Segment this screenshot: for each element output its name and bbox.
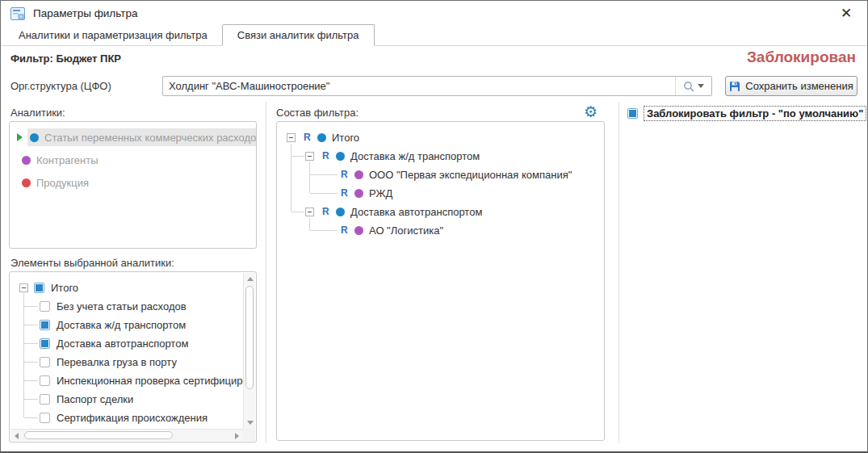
tree-item-label[interactable]: Итого [332,132,359,144]
node-marker-icon [354,189,363,198]
tree-guide-line [309,218,310,230]
horizontal-scrollbar[interactable] [10,429,243,441]
node-marker-icon [317,133,326,142]
tree-item-label[interactable]: Итого [51,282,78,294]
r-marker: R [322,206,329,217]
node-marker-icon [354,226,363,235]
tree-item-label[interactable]: Без учета статьи расходов [57,300,187,312]
tree-item-label[interactable]: Доставка ж/д транспортом [57,319,186,331]
node-marker-icon [354,170,363,179]
analytics-marker-icon [22,156,31,165]
r-marker: R [322,150,329,161]
tree-item-label[interactable]: Инспекционная проверка сертифициро [57,375,244,387]
analytics-list: Статьи переменных коммерческих расходов … [9,121,257,249]
horizontal-scroll-thumb[interactable] [24,431,173,439]
checkbox[interactable] [40,320,50,330]
list-item-analytics[interactable]: Контрагенты [10,149,256,170]
scroll-up-button[interactable] [244,273,256,285]
r-marker: R [341,224,348,236]
window-icon [10,7,25,20]
tree-guide-line [310,230,338,231]
current-arrow-icon [17,133,23,141]
tree-item-label[interactable]: Доставка ж/д транспортом [350,150,480,162]
elements-tree: Итого Без учета статьи расходов Доставка… [9,271,257,443]
status-locked-label: Заблокирован [747,48,856,66]
vertical-scrollbar[interactable] [243,273,255,429]
checkbox[interactable] [40,413,50,423]
analytics-label: Аналитики: [10,107,65,119]
save-icon [729,81,740,92]
analytics-item-label: Статьи переменных коммерческих расходов [44,132,256,144]
filter-caption: Фильтр: Бюджет ПКР [10,52,121,65]
tab-analytics-links[interactable]: Связи аналитик фильтра [222,24,375,46]
analytics-marker-icon [22,178,31,187]
tree-item-label[interactable]: Паспорт сделки [57,393,133,405]
checkbox[interactable] [40,375,50,386]
tree-guide-line [24,343,38,344]
collapse-icon[interactable] [305,208,314,216]
analytics-marker-icon [30,133,39,142]
search-icon[interactable] [683,81,694,92]
gear-icon[interactable]: ⚙ [584,104,598,120]
tree-guide-line [24,306,38,307]
collapse-icon[interactable] [305,152,314,161]
node-marker-icon [336,208,345,216]
list-item-analytics[interactable]: Продукция [10,172,256,193]
checkbox[interactable] [40,338,50,349]
checkbox[interactable] [40,301,50,312]
tree-item-label[interactable]: Сертификация происхождения [57,412,208,424]
scroll-right-button[interactable] [231,430,243,442]
org-structure-input[interactable]: Холдинг "АВС-Машиностроение" [162,76,712,96]
tree-item-label[interactable]: ООО "Первая экспедиционная компания" [369,169,572,181]
tree-guide-line [24,417,38,418]
tree-item-label[interactable]: РЖД [369,187,392,199]
r-marker: R [341,187,348,199]
tree-guide-line [24,362,38,363]
tree-guide-line [24,380,38,381]
tree-guide-line [291,144,291,212]
tree-item-label[interactable]: Доставка автотранспортом [350,206,482,218]
org-structure-value: Холдинг "АВС-Машиностроение" [163,80,675,92]
checkbox[interactable] [627,108,638,119]
collapse-icon[interactable] [19,283,28,292]
list-item-analytics[interactable]: Статьи переменных коммерческих расходов [10,127,256,148]
title-bar: Параметры фильтра ✕ [1,1,867,27]
tree-guide-line [24,399,38,400]
tree-item-label[interactable]: Перевалка груза в порту [57,356,177,368]
save-button-label: Сохранить изменения [745,80,853,92]
vertical-scroll-thumb[interactable] [245,286,254,389]
tree-guide-line [291,212,304,212]
tree-guide-line [291,156,304,157]
scroll-down-button[interactable] [244,417,256,429]
lock-filter-checkbox-row[interactable]: Заблокировать фильтр - "по умолчанию" [627,106,866,121]
close-icon[interactable]: ✕ [837,4,856,23]
scrollbar-corner [243,429,255,441]
checkbox[interactable] [34,283,44,293]
save-changes-button[interactable]: Сохранить изменения [725,76,858,96]
splitter-right[interactable] [619,102,619,443]
r-marker: R [341,169,348,180]
elements-label: Элементы выбранной аналитики: [10,257,174,269]
lock-filter-label: Заблокировать фильтр - "по умолчанию" [644,106,866,121]
tab-analytics-parametrization[interactable]: Аналитики и параметризация фильтра [4,26,222,45]
node-marker-icon [336,152,345,161]
analytics-item-label: Контрагенты [36,154,99,166]
splitter-left[interactable] [266,102,266,443]
window-title: Параметры фильтра [33,1,137,27]
filter-composition-tree: R Итого R Доставка ж/д транспортом R ООО… [276,121,605,441]
tab-strip: Аналитики и параметризация фильтра Связи… [1,27,867,46]
chevron-down-icon[interactable] [698,84,704,88]
tree-item-label[interactable]: Доставка автотранспортом [57,338,188,350]
org-structure-label: Орг.структура (ЦФО) [10,80,111,92]
analytics-item-label: Продукция [36,177,89,189]
collapse-icon[interactable] [287,133,296,142]
scroll-left-button[interactable] [10,430,23,442]
tree-guide-line [310,193,338,194]
checkbox[interactable] [40,394,50,405]
org-input-buttons [675,77,711,95]
filter-parameters-dialog: Параметры фильтра ✕ Аналитики и параметр… [0,0,868,453]
tree-guide-line [24,325,38,325]
checkbox[interactable] [40,357,50,367]
tree-item-label[interactable]: АО "Логистика" [369,224,443,237]
r-marker: R [304,132,311,143]
